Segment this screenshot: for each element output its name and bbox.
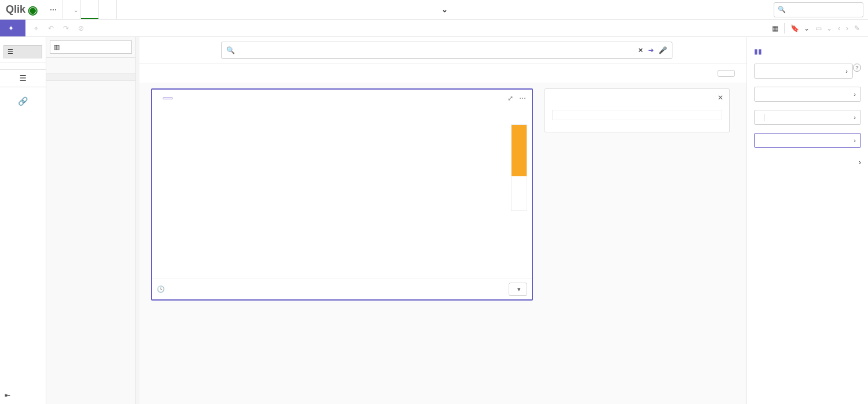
step-forward-icon[interactable]: ↷ [61, 24, 71, 33]
match-row: ⤢ ⋯ 🕓 [151, 88, 735, 301]
tab-prepare[interactable]: ⌄ [63, 0, 81, 19]
microphone-icon[interactable]: 🎤 [659, 46, 667, 54]
logo-q-icon: ◉ [28, 3, 38, 17]
rail-master-items[interactable]: 🔗 [0, 94, 46, 109]
bar-chart[interactable] [158, 109, 526, 277]
step-back-icon[interactable]: ↶ [46, 24, 56, 33]
sheets-icon: ▭ [815, 24, 822, 32]
ia-header: 🔍 ✕ ➔ 🎤 [139, 37, 746, 64]
more-icon[interactable]: ⋯ [519, 94, 526, 102]
body: ☰ ≣ 🔗 ⇤ ▥ 🔍 ✕ ➔ [0, 37, 868, 404]
tab-narrate[interactable] [99, 0, 117, 19]
search-icon: 🔍 [226, 46, 235, 54]
chevron-right-icon: › [854, 137, 856, 144]
pencil-icon: ✎ [854, 24, 860, 32]
left-rail: ☰ ≣ 🔗 ⇤ [0, 37, 46, 404]
query-box[interactable]: 🔍 ✕ ➔ 🎤 [221, 42, 672, 59]
app-title[interactable]: ⌄ [117, 0, 769, 19]
top-tabs: ⌄ [63, 0, 117, 19]
rail-fields[interactable]: ≣ [0, 69, 46, 87]
chevron-right-icon: › [854, 91, 856, 98]
chart-minimap[interactable] [511, 124, 527, 211]
insights-card: ✕ [545, 88, 730, 132]
toolbar-right: ▦ 🔖 ⌄ ▭ ⌄ ‹ › ✎ [766, 20, 868, 36]
smart-search-icon[interactable]: ⌖ [31, 24, 41, 33]
tab-analyze[interactable] [81, 0, 99, 19]
assets-panel: ▥ [46, 37, 136, 404]
cancel-button[interactable] [718, 70, 735, 77]
database-icon: ≣ [19, 72, 27, 83]
selections-area: ⌖ ↶ ↷ ⊘ [25, 20, 766, 36]
next-sheet-icon[interactable]: › [846, 24, 848, 32]
list-icon: ☰ [8, 48, 13, 55]
close-icon[interactable]: ✕ [718, 94, 723, 102]
bookmarks-button[interactable]: 🔖 ⌄ [790, 24, 810, 32]
chart-area [152, 107, 532, 279]
analysis-properties-panel: ▮▮ ? › › › › [746, 37, 868, 404]
ranking-badge [163, 97, 173, 99]
selections-tool-icon[interactable]: ▦ [772, 24, 778, 32]
chevron-right-icon: › [849, 110, 860, 124]
measure-select[interactable]: › [754, 110, 861, 125]
search-assets-input[interactable] [51, 62, 131, 69]
match-card-header: ⤢ ⋯ [152, 90, 532, 107]
collapse-rail-icon[interactable]: ⇤ [5, 391, 10, 399]
measure-agg[interactable] [755, 114, 764, 121]
app-menu-button[interactable]: ⋯ [43, 0, 63, 19]
search-icon: 🔍 [778, 6, 786, 13]
properties-toggle[interactable]: ▥ [50, 40, 132, 54]
matching-result-card[interactable]: ⤢ ⋯ 🕓 [151, 88, 533, 301]
ask-insight-search[interactable]: 🔍 [774, 2, 863, 17]
insight-text [552, 110, 722, 120]
edit-sheet-button[interactable]: ✎ [854, 24, 862, 32]
expand-icon[interactable]: ⤢ [507, 94, 513, 102]
link-icon: 🔗 [18, 97, 28, 106]
clear-icon[interactable]: ✕ [638, 46, 643, 54]
chevron-right-icon: › [845, 68, 848, 75]
insight-advisor-button[interactable]: ✦ [0, 20, 25, 36]
top-right: 🔍 [769, 0, 868, 19]
logo-text: Qlik [6, 3, 25, 16]
submit-arrow-icon[interactable]: ➔ [648, 46, 654, 54]
prev-sheet-icon[interactable]: ‹ [838, 24, 840, 32]
qlik-logo[interactable]: Qlik ◉ [0, 0, 43, 19]
chevron-right-icon: › [859, 158, 861, 166]
clock-icon: 🕓 [157, 286, 165, 292]
analysis-period-select[interactable]: › [754, 133, 861, 148]
sheets-button[interactable]: ▭ ⌄ [815, 24, 832, 32]
clear-selections-icon[interactable]: ⊘ [76, 24, 86, 33]
add-to-sheet-button[interactable]: ▾ [509, 283, 527, 296]
selections-toolbar: ✦ ⌖ ↶ ↷ ⊘ ▦ 🔖 ⌄ ▭ ⌄ ‹ › ✎ [0, 20, 868, 37]
dimension-select[interactable]: › [754, 87, 861, 102]
nlq-header [139, 64, 746, 83]
chevron-down-icon: ▾ [517, 286, 521, 293]
query-input[interactable] [240, 46, 633, 54]
topbar: Qlik ◉ ⋯ ⌄ ⌄ 🔍 [0, 0, 868, 20]
star-icon: ✦ [8, 24, 14, 32]
chevron-down-icon: ⌄ [826, 24, 832, 32]
results-area[interactable]: ⤢ ⋯ 🕓 [139, 83, 746, 404]
chevron-down-icon: ⌄ [804, 24, 810, 32]
bar-chart-icon: ▮▮ [754, 47, 762, 55]
bookmark-icon: 🔖 [790, 24, 799, 32]
search-assets[interactable] [46, 58, 135, 73]
chevron-down-icon: ⌄ [442, 5, 448, 14]
help-icon[interactable]: ? [853, 64, 861, 72]
chevron-down-icon[interactable]: ⌄ [73, 6, 78, 13]
measure-value [764, 114, 849, 121]
chart-footer: 🕓 ▾ [152, 279, 532, 299]
properties-icon: ▥ [54, 43, 60, 51]
fav-trend-select[interactable]: › [754, 64, 853, 79]
field-list[interactable] [46, 81, 135, 404]
assets-toggle[interactable]: ☰ [3, 45, 42, 58]
fields-header [46, 73, 135, 81]
explore-analyses[interactable]: › [754, 158, 861, 166]
main-column: 🔍 ✕ ➔ 🎤 ⤢ ⋯ [139, 37, 746, 404]
